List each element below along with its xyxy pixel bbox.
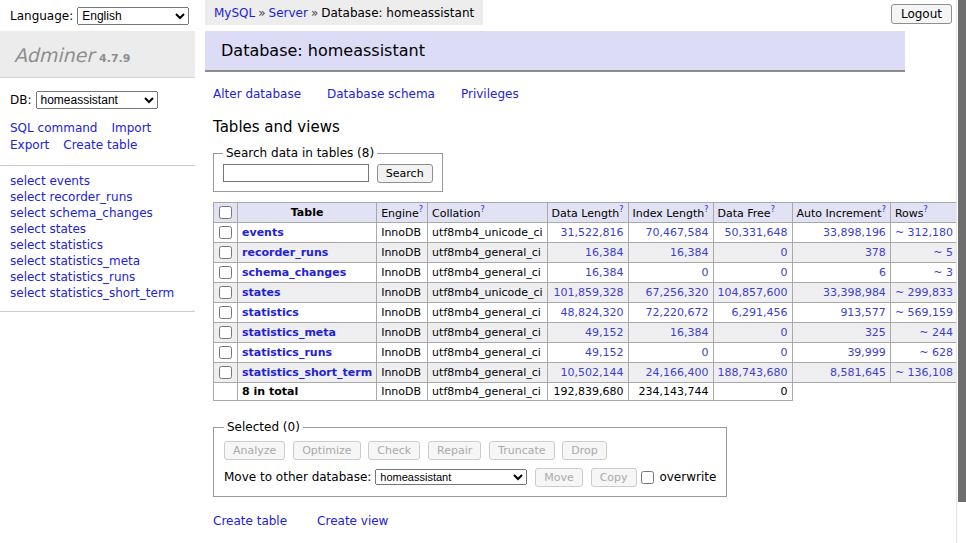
selected-legend: Selected (0) bbox=[224, 420, 303, 434]
tables-and-views-heading: Tables and views bbox=[213, 118, 905, 136]
search-input[interactable] bbox=[223, 164, 369, 182]
auto-increment-help-link[interactable]: ? bbox=[882, 205, 886, 214]
column-header-table: Table bbox=[238, 203, 377, 223]
collation-help-link[interactable]: ? bbox=[480, 205, 484, 214]
app-header: Adminer4.7.9 bbox=[0, 31, 195, 78]
db-label: DB: bbox=[10, 93, 32, 107]
row-checkbox[interactable] bbox=[219, 266, 232, 279]
table-link[interactable]: schema_changes bbox=[242, 266, 346, 279]
table-row: schema_changes InnoDB utf8mb4_general_ci… bbox=[214, 263, 966, 283]
drop-button[interactable]: Drop bbox=[562, 441, 606, 460]
total-row: 8 in total InnoDB utf8mb4_general_ci 192… bbox=[214, 383, 966, 401]
select-all-checkbox[interactable] bbox=[219, 206, 232, 219]
analyze-button[interactable]: Analyze bbox=[224, 441, 285, 460]
sidebar-actions: SQL commandImportExportCreate table bbox=[0, 109, 185, 155]
create-table-link[interactable]: Create table bbox=[213, 514, 287, 528]
table-link[interactable]: statistics_runs bbox=[242, 346, 332, 359]
column-header-data-free: Data Free? bbox=[713, 203, 792, 223]
language-select[interactable]: English bbox=[77, 7, 189, 25]
rows-help-link[interactable]: ? bbox=[923, 205, 927, 214]
row-checkbox[interactable] bbox=[219, 306, 232, 319]
move-button[interactable]: Move bbox=[535, 468, 583, 487]
page-title: Database: homeassistant bbox=[205, 31, 905, 72]
sidebar-link-select-recorder-runs[interactable]: select recorder_runs bbox=[10, 190, 185, 206]
copy-button[interactable]: Copy bbox=[591, 468, 637, 487]
db-selector-row: DB:homeassistant bbox=[0, 78, 195, 109]
repair-button[interactable]: Repair bbox=[428, 441, 481, 460]
move-database-select[interactable]: homeassistant bbox=[375, 469, 527, 485]
table-row: states InnoDB utf8mb4_unicode_ci 101,859… bbox=[214, 283, 966, 303]
table-link[interactable]: states bbox=[242, 286, 281, 299]
row-checkbox[interactable] bbox=[219, 226, 232, 239]
breadcrumb-server-link[interactable]: Server bbox=[269, 6, 308, 20]
table-row: statistics_meta InnoDB utf8mb4_general_c… bbox=[214, 323, 966, 343]
language-label: Language: bbox=[10, 9, 73, 23]
move-label: Move to other database: bbox=[224, 470, 371, 484]
alter-database-link[interactable]: Alter database bbox=[213, 87, 301, 101]
db-actions: Alter databaseDatabase schemaPrivileges bbox=[213, 87, 905, 101]
vertical-scrollbar[interactable] bbox=[956, 0, 966, 543]
search-legend: Search data in tables (8) bbox=[223, 146, 377, 160]
import-link[interactable]: Import bbox=[111, 121, 151, 135]
create-view-link[interactable]: Create view bbox=[317, 514, 388, 528]
table-row: statistics_short_term InnoDB utf8mb4_gen… bbox=[214, 363, 966, 383]
overwrite-checkbox[interactable] bbox=[641, 471, 654, 484]
table-menu: select events select recorder_runs selec… bbox=[0, 165, 195, 312]
db-select[interactable]: homeassistant bbox=[36, 91, 158, 109]
row-checkbox[interactable] bbox=[219, 346, 232, 359]
table-link[interactable]: statistics bbox=[242, 306, 299, 319]
data-length-help-link[interactable]: ? bbox=[619, 205, 623, 214]
sidebar-link-select-statistics-runs[interactable]: select statistics_runs bbox=[10, 270, 185, 286]
sidebar-link-select-events[interactable]: select events bbox=[10, 174, 185, 190]
breadcrumb-current: Database: homeassistant bbox=[321, 6, 474, 20]
sidebar-link-select-statistics-short-term[interactable]: select statistics_short_term bbox=[10, 286, 185, 302]
move-row: Move to other database:homeassistantMove… bbox=[224, 468, 716, 487]
main-content: MySQL»Server»Database: homeassistant Dat… bbox=[205, 0, 905, 543]
tables-overview: Table Engine? Collation? Data Length? In… bbox=[213, 202, 966, 401]
create-links: Create tableCreate view bbox=[213, 514, 905, 528]
table-row: statistics_runs InnoDB utf8mb4_general_c… bbox=[214, 343, 966, 363]
breadcrumb-separator: » bbox=[258, 6, 265, 20]
column-header-index-length: Index Length? bbox=[628, 203, 713, 223]
sidebar-link-select-states[interactable]: select states bbox=[10, 222, 185, 238]
breadcrumb-separator: » bbox=[311, 6, 318, 20]
column-header-data-length: Data Length? bbox=[547, 203, 628, 223]
export-link[interactable]: Export bbox=[10, 138, 49, 152]
search-button[interactable]: Search bbox=[377, 164, 433, 183]
truncate-button[interactable]: Truncate bbox=[489, 441, 554, 460]
check-button[interactable]: Check bbox=[368, 441, 420, 460]
data-free-help-link[interactable]: ? bbox=[771, 205, 775, 214]
scrollbar-thumb[interactable] bbox=[958, 0, 966, 502]
table-link[interactable]: recorder_runs bbox=[242, 246, 328, 259]
sidebar: Language:English Adminer4.7.9 DB:homeass… bbox=[0, 0, 195, 312]
table-header-row: Table Engine? Collation? Data Length? In… bbox=[214, 203, 966, 223]
index-length-help-link[interactable]: ? bbox=[704, 205, 708, 214]
engine-help-link[interactable]: ? bbox=[419, 205, 423, 214]
row-checkbox[interactable] bbox=[219, 326, 232, 339]
overwrite-label: overwrite bbox=[659, 470, 716, 484]
privileges-link[interactable]: Privileges bbox=[461, 87, 519, 101]
column-header-collation: Collation? bbox=[428, 203, 547, 223]
row-checkbox[interactable] bbox=[219, 246, 232, 259]
table-link[interactable]: statistics_meta bbox=[242, 326, 336, 339]
create-table-link-sidebar[interactable]: Create table bbox=[63, 138, 137, 152]
sidebar-link-select-statistics[interactable]: select statistics bbox=[10, 238, 185, 254]
table-row: statistics InnoDB utf8mb4_general_ci 48,… bbox=[214, 303, 966, 323]
table-operations: Analyze Optimize Check Repair Truncate D… bbox=[224, 441, 716, 460]
column-header-auto-increment: Auto Increment? bbox=[792, 203, 890, 223]
row-checkbox[interactable] bbox=[219, 366, 232, 379]
table-row: events InnoDB utf8mb4_unicode_ci 31,522,… bbox=[214, 223, 966, 243]
logout-button[interactable]: Logout bbox=[891, 4, 952, 24]
app-name: Adminer bbox=[14, 44, 94, 66]
breadcrumb: MySQL»Server»Database: homeassistant bbox=[205, 0, 483, 25]
optimize-button[interactable]: Optimize bbox=[293, 441, 360, 460]
database-schema-link[interactable]: Database schema bbox=[327, 87, 435, 101]
breadcrumb-mysql-link[interactable]: MySQL bbox=[214, 6, 255, 20]
selected-fieldset: Selected (0) Analyze Optimize Check Repa… bbox=[213, 420, 727, 497]
table-link[interactable]: statistics_short_term bbox=[242, 366, 372, 379]
sidebar-link-select-schema-changes[interactable]: select schema_changes bbox=[10, 206, 185, 222]
sidebar-link-select-statistics-meta[interactable]: select statistics_meta bbox=[10, 254, 185, 270]
table-link[interactable]: events bbox=[242, 226, 284, 239]
sql-command-link[interactable]: SQL command bbox=[10, 121, 97, 135]
row-checkbox[interactable] bbox=[219, 286, 232, 299]
